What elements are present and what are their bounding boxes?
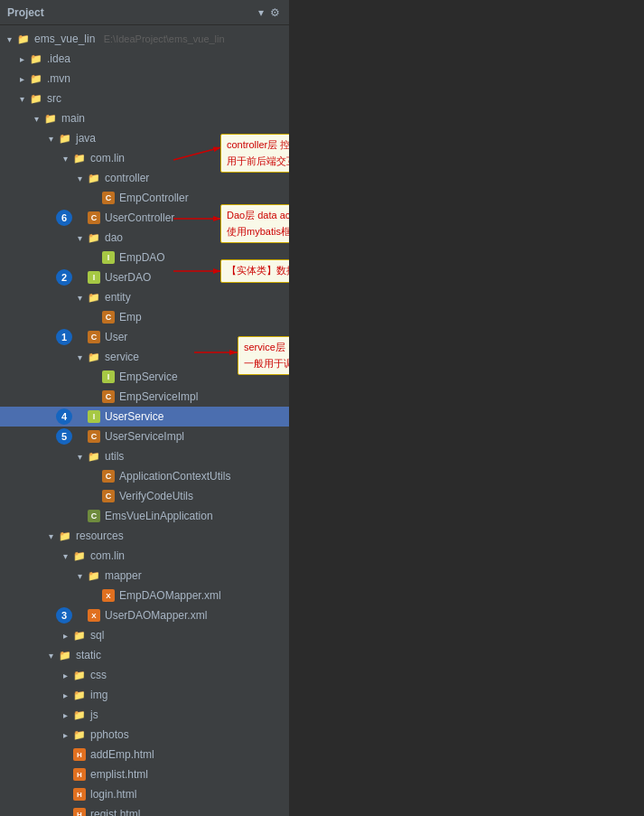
tree-item-EmpService[interactable]: I EmpService bbox=[0, 367, 289, 387]
label-controller: controller bbox=[105, 172, 149, 184]
tree-item-ApplicationContextUtils[interactable]: C ApplicationContextUtils bbox=[0, 466, 289, 486]
tree-item-root[interactable]: ems_vue_lin E:\IdeaProject\ems_vue_lin bbox=[0, 29, 289, 49]
tree-item-resources[interactable]: resources bbox=[0, 526, 289, 546]
folder-icon-utils bbox=[87, 449, 101, 464]
panel-header: Project ▾ ⚙ bbox=[0, 0, 289, 25]
tree-item-emplist[interactable]: H emplist.html bbox=[0, 764, 289, 784]
badge-5: 5 bbox=[56, 428, 72, 445]
tree-item-src[interactable]: src bbox=[0, 89, 289, 108]
java-icon-EmpDAO: I bbox=[101, 250, 116, 265]
tree-item-com-lin-res[interactable]: com.lin bbox=[0, 546, 289, 566]
label-service: service bbox=[105, 351, 139, 363]
tree-item-img[interactable]: img bbox=[0, 685, 289, 705]
label-mvn: .mvn bbox=[47, 72, 70, 85]
html-icon-addEmp: H bbox=[72, 747, 87, 762]
label-VerifyCodeUtils: VerifyCodeUtils bbox=[119, 490, 193, 502]
folder-icon-pphotos bbox=[72, 727, 87, 742]
folder-icon-java bbox=[58, 131, 72, 145]
folder-icon-dao bbox=[87, 230, 101, 245]
arrow-resources bbox=[43, 531, 58, 541]
label-EmpController: EmpController bbox=[119, 192, 189, 204]
tree-item-UserServiceImpl[interactable]: 5 C UserServiceImpl bbox=[0, 427, 289, 446]
tree-item-UserController[interactable]: 6 C UserController bbox=[0, 208, 289, 228]
xml-icon-EmpDAOMapper: X bbox=[101, 588, 116, 603]
tree-item-regist[interactable]: H regist.html bbox=[0, 804, 289, 816]
label-EmpService: EmpService bbox=[119, 370, 178, 383]
label-addEmp: addEmp.html bbox=[90, 748, 154, 761]
tree-item-pphotos[interactable]: pphotos bbox=[0, 725, 289, 745]
tree-item-utils[interactable]: utils bbox=[0, 446, 289, 466]
tree-item-EmpServiceImpl[interactable]: C EmpServiceImpl bbox=[0, 387, 289, 407]
tree-item-mapper[interactable]: mapper bbox=[0, 566, 289, 586]
label-ApplicationContextUtils: ApplicationContextUtils bbox=[119, 470, 230, 483]
tree-item-entity[interactable]: entity bbox=[0, 287, 289, 307]
java-icon-User: C bbox=[87, 330, 101, 344]
tree-item-java[interactable]: java bbox=[0, 128, 289, 148]
gear-icon[interactable]: ⚙ bbox=[267, 5, 282, 20]
tree-item-Emp[interactable]: C Emp bbox=[0, 307, 289, 327]
folder-icon-com-lin-res bbox=[72, 549, 87, 563]
tree-item-UserService[interactable]: 4 I UserService bbox=[0, 407, 289, 427]
arrow-sql bbox=[58, 631, 72, 641]
folder-icon-root bbox=[16, 32, 31, 46]
label-root: ems_vue_lin E:\IdeaProject\ems_vue_lin bbox=[34, 33, 225, 45]
folder-icon-entity bbox=[87, 290, 101, 305]
arrow-idea bbox=[14, 54, 29, 64]
dropdown-icon[interactable]: ▾ bbox=[258, 6, 264, 19]
file-tree: ems_vue_lin E:\IdeaProject\ems_vue_lin .… bbox=[0, 25, 289, 816]
tree-item-static[interactable]: static bbox=[0, 645, 289, 665]
java-icon-EmsVueLinApplication: C bbox=[87, 509, 101, 523]
tree-item-controller[interactable]: controller bbox=[0, 168, 289, 188]
arrow-root bbox=[2, 34, 16, 44]
folder-icon-main bbox=[43, 111, 58, 126]
tree-item-EmsVueLinApplication[interactable]: C EmsVueLinApplication bbox=[0, 506, 289, 526]
tree-item-addEmp[interactable]: H addEmp.html bbox=[0, 745, 289, 764]
arrow-main bbox=[29, 114, 43, 124]
java-icon-UserDAO: I bbox=[87, 270, 101, 285]
folder-icon-static bbox=[58, 648, 72, 662]
label-img: img bbox=[90, 689, 107, 701]
folder-icon-com-lin bbox=[72, 151, 87, 165]
java-icon-EmpService: I bbox=[101, 370, 116, 384]
tree-item-sql[interactable]: sql bbox=[0, 625, 289, 645]
label-UserServiceImpl: UserServiceImpl bbox=[105, 430, 184, 443]
label-dao: dao bbox=[105, 231, 123, 244]
tree-item-idea[interactable]: .idea bbox=[0, 49, 289, 69]
label-mapper: mapper bbox=[105, 569, 142, 582]
tree-item-login[interactable]: H login.html bbox=[0, 784, 289, 804]
tree-item-com-lin[interactable]: com.lin bbox=[0, 148, 289, 168]
tree-item-css[interactable]: css bbox=[0, 665, 289, 685]
label-idea: .idea bbox=[47, 52, 70, 65]
label-sql: sql bbox=[90, 629, 104, 642]
label-css: css bbox=[90, 669, 107, 681]
label-resources: resources bbox=[76, 530, 124, 542]
tree-item-js[interactable]: js bbox=[0, 705, 289, 725]
html-icon-emplist: H bbox=[72, 767, 87, 782]
tree-item-EmpController[interactable]: C EmpController bbox=[0, 188, 289, 208]
java-icon-UserServiceImpl: C bbox=[87, 429, 101, 444]
label-js: js bbox=[90, 708, 98, 721]
html-icon-login: H bbox=[72, 787, 87, 802]
tree-item-service[interactable]: service bbox=[0, 347, 289, 367]
label-static: static bbox=[76, 649, 101, 661]
label-UserService: UserService bbox=[105, 410, 163, 423]
arrow-pphotos bbox=[58, 730, 72, 740]
folder-icon-css bbox=[72, 668, 87, 682]
tree-item-main[interactable]: main bbox=[0, 108, 289, 128]
tree-item-VerifyCodeUtils[interactable]: C VerifyCodeUtils bbox=[0, 486, 289, 506]
tree-item-UserDAOMapper[interactable]: 3 X UserDAOMapper.xml bbox=[0, 605, 289, 625]
tree-item-User[interactable]: 1 C User bbox=[0, 327, 289, 347]
folder-icon-mvn bbox=[29, 71, 43, 86]
tree-item-mvn[interactable]: .mvn bbox=[0, 69, 289, 89]
label-java: java bbox=[76, 132, 96, 145]
panel-title: Project bbox=[7, 6, 258, 19]
tree-item-UserDAO[interactable]: 2 I UserDAO bbox=[0, 267, 289, 287]
label-utils: utils bbox=[105, 450, 124, 463]
folder-icon-img bbox=[72, 688, 87, 702]
arrow-service bbox=[72, 352, 87, 362]
tree-item-EmpDAOMapper[interactable]: X EmpDAOMapper.xml bbox=[0, 586, 289, 605]
tree-item-dao[interactable]: dao bbox=[0, 228, 289, 248]
folder-icon-resources bbox=[58, 529, 72, 543]
tree-item-EmpDAO[interactable]: I EmpDAO bbox=[0, 248, 289, 267]
project-panel: Project ▾ ⚙ ems_vue_lin E:\IdeaProject\e… bbox=[0, 0, 289, 816]
